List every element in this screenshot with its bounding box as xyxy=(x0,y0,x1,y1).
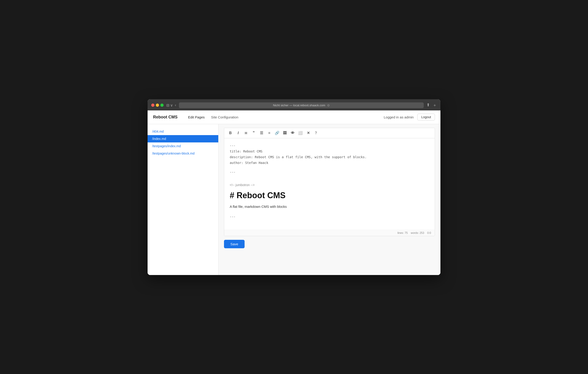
front-matter-description: description: Reboot CMS is a flat file C… xyxy=(230,154,429,160)
new-tab-icon[interactable]: ＋ xyxy=(433,102,437,108)
front-matter-author: author: Stefan Haack xyxy=(230,160,429,166)
link-button[interactable]: 🔗 xyxy=(274,130,281,136)
share-icon[interactable]: ⬆ xyxy=(427,102,430,108)
sidebar-item-testpages-index[interactable]: /testpages/index.md xyxy=(147,142,218,150)
address-bar[interactable]: Nicht sicher — local.reboot.shaack.com ⊙ xyxy=(179,102,424,108)
close-button[interactable] xyxy=(151,103,154,107)
nav-links: Edit Pages Site Configuration xyxy=(185,115,242,119)
words-value: 253 xyxy=(420,231,424,234)
browser-chrome: ⊟ ∨ ‹ Nicht sicher — local.reboot.shaack… xyxy=(147,99,441,111)
unordered-list-button[interactable]: ☰ xyxy=(258,130,265,136)
save-button[interactable]: Save xyxy=(224,240,245,248)
lines-value: 75 xyxy=(405,231,408,234)
editor-content[interactable]: --- title: Reboot CMS description: Reboo… xyxy=(224,138,435,230)
help-button[interactable]: ? xyxy=(313,130,319,136)
block-comment: <!-- jumbotron --> xyxy=(230,182,429,187)
address-bar-icon: ⊙ xyxy=(327,103,330,107)
sidebar-item-index[interactable]: /index.md xyxy=(147,135,218,142)
main-layout: /404.md /index.md /testpages/index.md /t… xyxy=(147,124,441,275)
save-section: Save xyxy=(224,236,435,252)
browser-actions: ⬆ ＋ xyxy=(427,102,437,108)
bold-button[interactable]: B xyxy=(227,130,234,136)
content-separator: --- xyxy=(230,214,429,220)
app-container: Reboot CMS Edit Pages Site Configuration… xyxy=(147,111,441,275)
address-bar-url: Nicht sicher — local.reboot.shaack.com xyxy=(273,103,325,107)
front-matter-separator-start: --- xyxy=(230,143,429,149)
front-matter-separator-end: --- xyxy=(230,169,429,175)
sidebar-item-testpages-unknown[interactable]: /testpages/unknown-block.md xyxy=(147,150,218,157)
nav-site-config[interactable]: Site Configuration xyxy=(208,115,242,119)
nav-edit-pages[interactable]: Edit Pages xyxy=(185,115,208,119)
image-button[interactable]: 🖼 xyxy=(281,130,288,136)
front-matter-block: --- title: Reboot CMS description: Reboo… xyxy=(230,143,429,175)
editor-panel: B I H " ☰ ≡ 🔗 🖼 👁 ⬜ ✕ ? xyxy=(224,128,435,236)
preview-button[interactable]: 👁 xyxy=(289,130,296,136)
cursor-position: 0:0 xyxy=(427,231,431,234)
sidebar-toggle-icon[interactable]: ⊟ ∨ xyxy=(166,103,173,107)
fullscreen-editor-button[interactable]: ✕ xyxy=(305,130,312,136)
content-heading: # Reboot CMS xyxy=(230,191,429,200)
logged-in-text: Logged in as admin xyxy=(384,115,414,119)
side-by-side-button[interactable]: ⬜ xyxy=(297,130,304,136)
heading-button[interactable]: H xyxy=(242,130,249,136)
top-nav: Reboot CMS Edit Pages Site Configuration… xyxy=(147,111,441,124)
italic-button[interactable]: I xyxy=(235,130,242,136)
browser-top-bar: ⊟ ∨ ‹ Nicht sicher — local.reboot.shaack… xyxy=(151,102,437,111)
browser-controls: ⊟ ∨ ‹ xyxy=(166,103,176,107)
content-paragraph: A flat file, markdown CMS with blocks xyxy=(230,204,429,209)
blockquote-button[interactable]: " xyxy=(250,130,257,136)
app-logo: Reboot CMS xyxy=(153,115,178,120)
editor-status-bar: lines: 75 words: 253 0:0 xyxy=(224,230,435,236)
traffic-lights xyxy=(151,103,164,107)
words-label: words: xyxy=(411,231,420,234)
minimize-button[interactable] xyxy=(156,103,159,107)
browser-window: ⊟ ∨ ‹ Nicht sicher — local.reboot.shaack… xyxy=(147,99,441,275)
back-icon[interactable]: ‹ xyxy=(175,103,176,107)
sidebar-item-404[interactable]: /404.md xyxy=(147,128,218,135)
editor-toolbar: B I H " ☰ ≡ 🔗 🖼 👁 ⬜ ✕ ? xyxy=(224,128,435,138)
ordered-list-button[interactable]: ≡ xyxy=(266,130,273,136)
sidebar: /404.md /index.md /testpages/index.md /t… xyxy=(147,124,219,275)
fullscreen-button[interactable] xyxy=(160,103,164,107)
editor-area: B I H " ☰ ≡ 🔗 🖼 👁 ⬜ ✕ ? xyxy=(219,124,441,275)
front-matter-title: title: Reboot CMS xyxy=(230,149,429,154)
lines-label: lines: xyxy=(398,231,405,234)
logout-button[interactable]: Logout xyxy=(417,114,435,121)
